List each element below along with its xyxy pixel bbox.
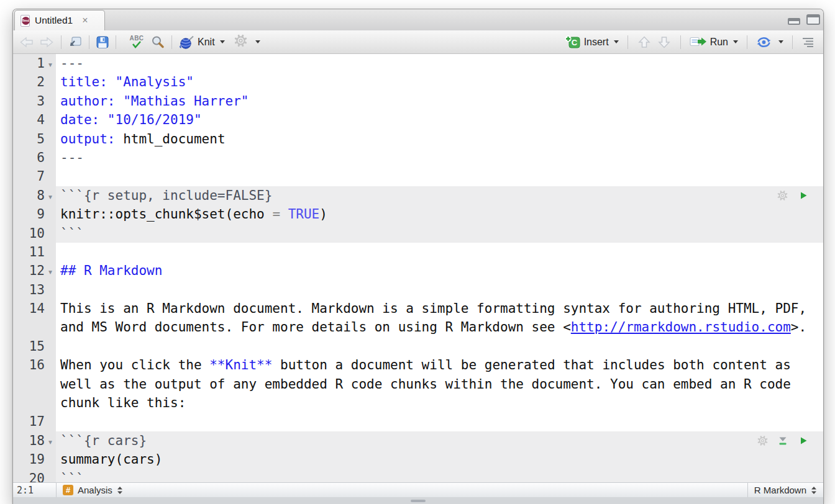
- code-text: ```{r cars}: [56, 433, 147, 448]
- section-selector[interactable]: # Analysis: [57, 483, 129, 497]
- run-button[interactable]: Run: [688, 34, 740, 50]
- editor-line[interactable]: 9knitr::opts_chunk$set(echo = TRUE): [13, 205, 823, 223]
- find-button[interactable]: [149, 34, 167, 50]
- code-text: title: "Analysis": [56, 74, 194, 89]
- editor-line[interactable]: chunk like this:: [13, 394, 823, 412]
- editor-line[interactable]: 11: [13, 243, 823, 261]
- tab-untitled1[interactable]: Untitled1 ×: [14, 10, 105, 30]
- down-arrow-icon: [657, 35, 672, 49]
- line-number: 11: [13, 243, 45, 261]
- editor-line[interactable]: 14This is an R Markdown document. Markdo…: [13, 299, 823, 318]
- code-text: date: "10/16/2019": [56, 112, 202, 127]
- editor-line[interactable]: 16When you click the **Knit** button a d…: [13, 356, 823, 374]
- splitter-grip[interactable]: [411, 500, 426, 502]
- chevron-down-icon: [778, 40, 783, 43]
- tab-close-icon[interactable]: ×: [82, 16, 88, 25]
- editor-line[interactable]: 4date: "10/16/2019": [13, 110, 823, 129]
- fold-arrow-icon[interactable]: ▾: [45, 187, 56, 206]
- editor-line[interactable]: 8▾```{r setup, include=FALSE}: [13, 186, 823, 205]
- chunk-options-gear-icon[interactable]: [757, 436, 768, 446]
- code-text: ---: [56, 150, 84, 165]
- run-chunk-icon[interactable]: [800, 436, 808, 445]
- rerun-button[interactable]: [754, 34, 785, 50]
- code-text: ```{r setup, include=FALSE}: [56, 188, 272, 203]
- code-text: ---: [56, 56, 84, 71]
- code-editor[interactable]: 1▾---2title: "Analysis"3author: "Mathias…: [13, 54, 823, 482]
- document-outline-button[interactable]: [800, 35, 816, 49]
- toolbar-separator: [89, 35, 89, 49]
- editor-line[interactable]: 19summary(cars): [13, 450, 823, 469]
- editor-line[interactable]: and MS Word documents. For more details …: [13, 318, 823, 336]
- code-text: well as the output of any embedded R cod…: [56, 377, 791, 392]
- go-to-next-chunk-button[interactable]: [655, 34, 673, 51]
- forward-button[interactable]: [37, 35, 56, 50]
- code-text: [56, 169, 60, 184]
- code-text: ```: [56, 471, 84, 482]
- editor-line[interactable]: 15: [13, 337, 823, 356]
- editor-line[interactable]: 5output: html_document: [13, 130, 823, 148]
- show-in-new-window-button[interactable]: [66, 34, 84, 50]
- editor-line[interactable]: 20```: [13, 469, 823, 482]
- editor-line[interactable]: 13: [13, 281, 823, 299]
- chevron-down-icon: [220, 40, 225, 43]
- search-icon: [151, 35, 165, 48]
- go-to-previous-chunk-button[interactable]: [635, 34, 654, 51]
- back-button[interactable]: [17, 35, 36, 50]
- section-label: Analysis: [78, 485, 112, 495]
- code-text: knitr::opts_chunk$set(echo = TRUE): [56, 207, 327, 222]
- line-number: 14: [13, 299, 45, 318]
- editor-line[interactable]: 10```: [13, 224, 823, 243]
- code-text: [56, 414, 60, 429]
- document-type-selector[interactable]: R Markdown: [747, 483, 823, 497]
- line-number: 5: [13, 130, 45, 148]
- back-icon: [19, 37, 34, 48]
- spellcheck-button[interactable]: ABC: [125, 34, 148, 50]
- cursor-position[interactable]: 2:1: [13, 485, 56, 496]
- gear-icon: [234, 34, 247, 50]
- line-number: 1: [13, 54, 45, 73]
- code-text: This is an R Markdown document. Markdown…: [56, 301, 806, 316]
- line-number: 20: [13, 469, 45, 482]
- editor-line[interactable]: 7: [13, 167, 823, 186]
- code-text: ```: [56, 226, 84, 241]
- editor-line[interactable]: 18▾```{r cars}: [13, 431, 823, 450]
- insert-chunk-button[interactable]: C Insert: [563, 34, 621, 50]
- editor-line[interactable]: 1▾---: [13, 54, 823, 73]
- up-arrow-icon: [637, 35, 652, 49]
- toolbar-separator: [747, 35, 747, 49]
- code-text: author: "Mathias Harrer": [56, 94, 249, 109]
- line-number: 6: [13, 148, 45, 167]
- tab-title: Untitled1: [35, 15, 73, 26]
- maximize-icon[interactable]: [806, 14, 820, 25]
- save-button[interactable]: [94, 34, 111, 50]
- run-chunk-icon[interactable]: [800, 191, 808, 200]
- code-text: [56, 245, 60, 259]
- editor-line[interactable]: 6---: [13, 148, 823, 167]
- section-hash-icon: #: [63, 485, 73, 495]
- editor-line[interactable]: 3author: "Mathias Harrer": [13, 92, 823, 110]
- editor-line[interactable]: 12▾## R Markdown: [13, 261, 823, 280]
- knit-options-button[interactable]: [232, 32, 262, 52]
- run-all-chunks-above-icon[interactable]: [778, 436, 788, 446]
- knit-button[interactable]: Knit: [177, 34, 227, 51]
- rerun-icon: [756, 36, 772, 48]
- code-text: output: html_document: [56, 132, 226, 146]
- line-number: 19: [13, 450, 45, 469]
- svg-text:C: C: [571, 38, 577, 47]
- editor-line[interactable]: 17: [13, 412, 823, 431]
- code-text: [56, 339, 60, 354]
- editor-line[interactable]: 2title: "Analysis": [13, 73, 823, 91]
- line-number: 8: [13, 186, 45, 205]
- editor-line[interactable]: well as the output of any embedded R cod…: [13, 375, 823, 394]
- line-number: 7: [13, 167, 45, 186]
- toolbar-separator: [792, 35, 793, 49]
- forward-icon: [39, 37, 54, 48]
- minimize-icon[interactable]: [788, 18, 800, 25]
- chunk-options-gear-icon[interactable]: [777, 190, 788, 200]
- fold-arrow-icon[interactable]: ▾: [45, 263, 56, 281]
- fold-arrow-icon[interactable]: ▾: [45, 433, 56, 451]
- fold-arrow-icon[interactable]: ▾: [45, 55, 56, 74]
- save-icon: [96, 36, 109, 48]
- line-number: 2: [13, 73, 45, 91]
- chevron-down-icon: [733, 40, 738, 43]
